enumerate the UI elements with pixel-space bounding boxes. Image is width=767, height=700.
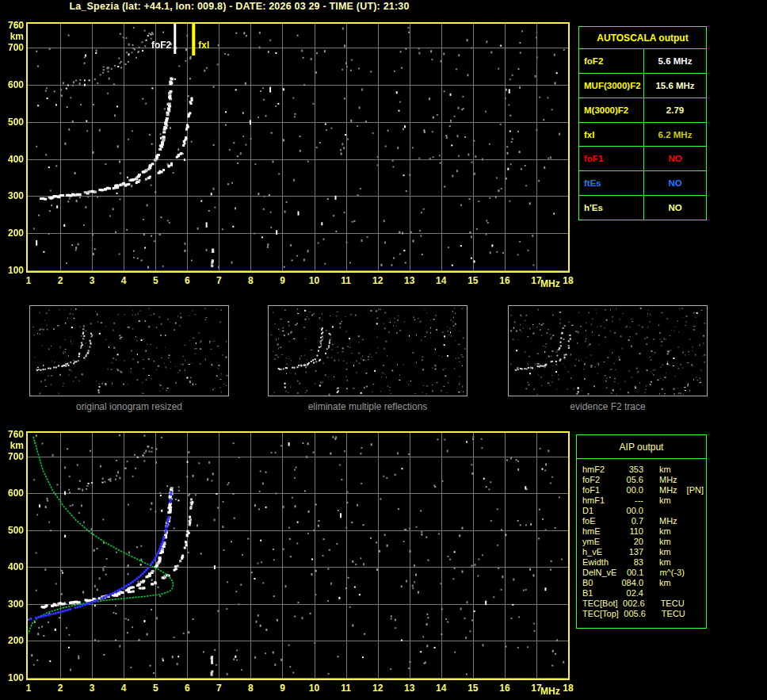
x-tick-label: 10 bbox=[304, 275, 325, 286]
aip-value: 00.0 bbox=[616, 506, 643, 516]
x-tick-label: 16 bbox=[494, 275, 515, 286]
x-tick-label: 11 bbox=[336, 275, 357, 286]
x-tick-label: 14 bbox=[431, 275, 452, 286]
autoscala-row-m3000f2: M(3000)F22.79 bbox=[579, 98, 706, 123]
x-tick-label: 6 bbox=[177, 683, 197, 694]
aip-label: B1 bbox=[582, 588, 616, 599]
main-ionogram-plot bbox=[28, 24, 568, 271]
aip-row-fof1: foF100.0MHz[PN] bbox=[582, 485, 706, 495]
aip-row-tecbot: TEC[Bot]002.6TECU bbox=[582, 599, 706, 609]
autoscala-row-value: 6.2 MHz bbox=[644, 123, 706, 147]
y-tick-label: 200 bbox=[2, 635, 24, 646]
y-tick-label: 600 bbox=[2, 79, 24, 90]
autoscala-row-value: NO bbox=[644, 196, 706, 220]
x-tick-label: 2 bbox=[50, 683, 71, 694]
autoscala-row-fof1: foF1NO bbox=[579, 147, 706, 171]
x-tick-label: 8 bbox=[240, 683, 261, 694]
x-tick-label: 7 bbox=[208, 275, 229, 286]
y-axis-unit: km bbox=[2, 440, 24, 451]
aip-value: 02.4 bbox=[616, 588, 643, 599]
autoscala-row-muf3000f2: MUF(3000)F215.6 MHz bbox=[579, 74, 706, 98]
thumbnail-caption-original: original ionogram resized bbox=[29, 401, 229, 412]
aip-unit: MHz bbox=[659, 516, 677, 526]
aip-table-body: hmF2353kmfoF205.6MHzfoF100.0MHz[PN]hmF1-… bbox=[577, 459, 706, 619]
autoscala-row-label: h'Es bbox=[579, 196, 644, 220]
autoscala-row-ftes: ftEsNO bbox=[579, 171, 706, 196]
x-tick-label: 14 bbox=[431, 683, 452, 694]
thumbnail-caption-evidence: evidence F2 trace bbox=[508, 401, 708, 412]
aip-value: 05.6 bbox=[616, 475, 643, 485]
autoscala-row-label: foF1 bbox=[579, 147, 644, 170]
x-tick-label: 12 bbox=[368, 275, 388, 286]
y-tick-label: 500 bbox=[2, 117, 24, 128]
aip-row-hve: h_vE137km bbox=[582, 547, 706, 557]
profile-ionogram-panel bbox=[26, 431, 570, 680]
y-tick-label: 400 bbox=[2, 154, 24, 165]
x-tick-label: 13 bbox=[399, 683, 420, 694]
aip-row-delnve: DelN_vE00.1m^(-3) bbox=[582, 568, 706, 578]
autoscala-output-table: AUTOSCALA output foF25.6 MHzMUF(3000)F21… bbox=[578, 26, 707, 220]
y-tick-label: 500 bbox=[2, 525, 24, 536]
x-tick-label: 3 bbox=[82, 275, 102, 286]
x-tick-label: 4 bbox=[113, 683, 134, 694]
aip-unit: km bbox=[659, 557, 671, 568]
y-tick-label: 700 bbox=[2, 451, 24, 462]
aip-value: 137 bbox=[616, 547, 643, 557]
y-tick-label: 760 bbox=[2, 429, 24, 440]
aip-value: --- bbox=[616, 495, 643, 506]
autoscala-table-header: AUTOSCALA output bbox=[579, 27, 706, 49]
x-tick-label: 18 bbox=[558, 275, 578, 286]
thumbnail-eliminate-reflections bbox=[268, 305, 467, 396]
aip-unit: km bbox=[659, 578, 671, 588]
y-tick-label: 300 bbox=[2, 599, 24, 610]
profile-ionogram-plot bbox=[28, 433, 568, 679]
x-tick-label: 9 bbox=[272, 683, 292, 694]
y-tick-label: 400 bbox=[2, 561, 24, 572]
x-tick-label: 12 bbox=[368, 683, 388, 694]
aip-label: Ewidth bbox=[582, 557, 616, 568]
autoscala-row-value: 5.6 MHz bbox=[644, 49, 706, 73]
aip-table-header: AIP output bbox=[577, 435, 706, 459]
autoscala-row-fxi: fxI6.2 MHz bbox=[579, 123, 706, 147]
autoscala-row-label: M(3000)F2 bbox=[579, 98, 644, 122]
autoscala-row-label: foF2 bbox=[579, 49, 644, 73]
autoscala-row-value: 15.6 MHz bbox=[644, 74, 706, 98]
x-axis-unit: MHz bbox=[540, 278, 560, 289]
aip-label: h_vE bbox=[582, 547, 616, 557]
x-tick-label: 4 bbox=[113, 275, 134, 286]
x-tick-label: 18 bbox=[558, 683, 578, 694]
aip-row-ewidth: Ewidth83km bbox=[582, 557, 706, 568]
aip-value: 20 bbox=[616, 537, 643, 547]
x-tick-label: 5 bbox=[145, 275, 166, 286]
aip-value: 83 bbox=[616, 557, 643, 568]
autoscala-row-hes: h'EsNO bbox=[579, 196, 706, 220]
aip-label: foE bbox=[582, 516, 616, 526]
aip-unit: km bbox=[659, 495, 671, 506]
y-tick-label: 100 bbox=[2, 672, 24, 683]
aip-row-yme: ymE20km bbox=[582, 537, 706, 547]
aip-output-table: AIP output hmF2353kmfoF205.6MHzfoF100.0M… bbox=[576, 434, 707, 629]
aip-value: 002.6 bbox=[618, 599, 645, 609]
aip-unit: TECU bbox=[662, 609, 685, 619]
autoscala-row-value: NO bbox=[644, 171, 706, 195]
autoscala-row-value: 2.79 bbox=[644, 98, 706, 122]
aip-label: hmF2 bbox=[582, 465, 616, 475]
aip-row-foe: foE0.7MHz bbox=[582, 516, 706, 526]
y-axis-unit: km bbox=[2, 31, 24, 42]
aip-unit: MHz bbox=[659, 475, 677, 485]
x-tick-label: 6 bbox=[177, 275, 197, 286]
aip-row-fof2: foF205.6MHz bbox=[582, 475, 706, 485]
aip-unit: km bbox=[659, 537, 671, 547]
x-axis-unit: MHz bbox=[540, 686, 560, 697]
aip-label: ymE bbox=[582, 537, 616, 547]
x-tick-label: 16 bbox=[494, 683, 515, 694]
y-tick-label: 300 bbox=[2, 190, 24, 201]
x-tick-label: 10 bbox=[304, 683, 325, 694]
aip-label: D1 bbox=[582, 506, 616, 516]
x-tick-label: 9 bbox=[272, 275, 292, 286]
aip-label: foF2 bbox=[582, 475, 616, 485]
aip-value: 084.0 bbox=[616, 578, 643, 588]
autoscala-row-label: ftEs bbox=[579, 171, 644, 195]
aip-extra: [PN] bbox=[687, 485, 704, 495]
window-title: La_Spezia (lat: +44.1, lon: 009.8) - DAT… bbox=[0, 1, 479, 12]
